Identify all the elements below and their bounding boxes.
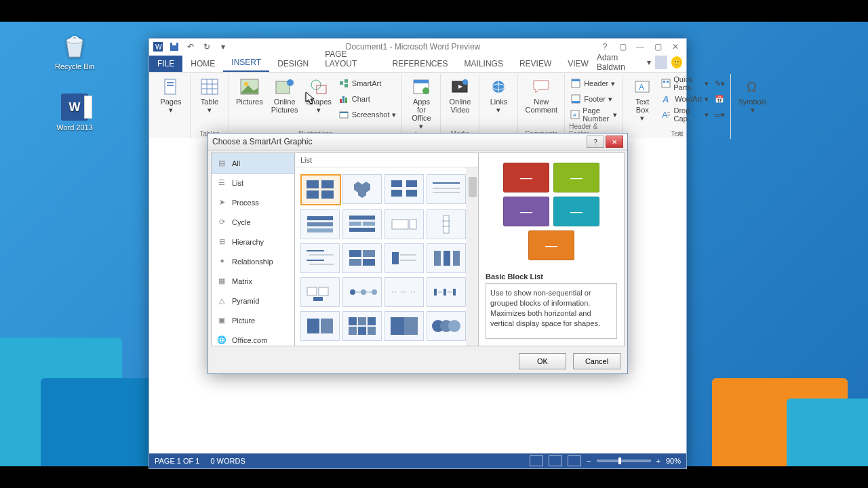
smartart-thumb[interactable] xyxy=(384,311,424,341)
smartart-thumb[interactable] xyxy=(384,277,424,307)
smartart-thumb[interactable] xyxy=(342,311,382,341)
text-box-button[interactable]: AText Box▾ xyxy=(627,76,657,123)
smartart-thumb-basic-block-list[interactable] xyxy=(300,174,341,205)
smartart-thumb[interactable] xyxy=(300,311,340,341)
category-relationship[interactable]: ✦Relationship xyxy=(212,251,294,271)
view-read-mode[interactable] xyxy=(530,455,543,466)
page-number-button[interactable]: #Page Number ▾ xyxy=(569,107,618,122)
smartart-thumb[interactable] xyxy=(342,277,382,307)
online-video-button[interactable]: Online Video xyxy=(445,76,475,115)
header-button[interactable]: Header ▾ xyxy=(569,76,618,91)
tab-review[interactable]: REVIEW xyxy=(511,56,559,72)
cancel-button[interactable]: Cancel xyxy=(573,353,620,369)
smartart-thumb[interactable] xyxy=(384,174,424,204)
relationship-icon: ✦ xyxy=(217,257,226,266)
zoom-out-button[interactable]: − xyxy=(587,457,591,465)
desktop-icon-recycle-bin[interactable]: Recycle Bin xyxy=(51,33,98,70)
status-words[interactable]: 0 WORDS xyxy=(210,457,245,465)
signature-line-button[interactable]: ✎▾ xyxy=(713,76,726,91)
tab-page-layout[interactable]: PAGE LAYOUT xyxy=(317,46,384,72)
chart-button[interactable]: Chart xyxy=(337,92,398,106)
word-app-icon: W xyxy=(152,41,164,53)
category-hierarchy[interactable]: ⊟Hierarchy xyxy=(212,232,294,251)
smartart-thumb[interactable] xyxy=(384,243,424,273)
ok-button[interactable]: OK xyxy=(519,353,566,369)
status-page[interactable]: PAGE 1 OF 1 xyxy=(155,457,199,465)
dialog-help-button[interactable]: ? xyxy=(587,136,604,148)
zoom-value[interactable]: 90% xyxy=(666,457,681,465)
tab-home[interactable]: HOME xyxy=(182,56,223,72)
dialog-titlebar[interactable]: Choose a SmartArt Graphic ? ✕ xyxy=(208,134,627,150)
feedback-smiley-icon[interactable]: 🙂 xyxy=(671,56,682,68)
smartart-thumb[interactable] xyxy=(342,243,382,273)
help-button[interactable]: ? xyxy=(597,41,613,53)
view-print-layout[interactable] xyxy=(549,455,562,466)
links-button[interactable]: Links▾ xyxy=(484,76,513,115)
smartart-thumb[interactable] xyxy=(300,277,340,307)
tab-file[interactable]: FILE xyxy=(149,56,182,72)
category-list: ▤All ☰List ➤Process ⟳Cycle ⊟Hierarchy ✦R… xyxy=(212,153,295,346)
collapse-ribbon-button[interactable]: ᐱ xyxy=(677,130,682,138)
smartart-button[interactable]: SmartArt xyxy=(337,76,398,91)
category-all[interactable]: ▤All xyxy=(212,153,295,174)
smartart-thumb[interactable] xyxy=(342,209,382,239)
smartart-thumb[interactable] xyxy=(427,243,466,273)
svg-rect-18 xyxy=(317,85,326,94)
tab-design[interactable]: DESIGN xyxy=(269,56,317,72)
smartart-thumb[interactable] xyxy=(342,174,382,204)
table-button[interactable]: Table▾ xyxy=(195,76,224,115)
tab-mailings[interactable]: MAILINGS xyxy=(456,56,511,72)
tab-insert[interactable]: INSERT xyxy=(223,54,269,72)
category-pyramid[interactable]: △Pyramid xyxy=(212,291,294,310)
desktop-icon-label: Recycle Bin xyxy=(51,62,98,70)
symbols-button[interactable]: ΩSymbols▾ xyxy=(735,76,769,115)
category-officecom[interactable]: 🌐Office.com xyxy=(212,330,294,346)
tab-references[interactable]: REFERENCES xyxy=(384,56,456,72)
user-name[interactable]: Adam Baldwin xyxy=(597,53,643,72)
pages-button[interactable]: Pages▾ xyxy=(156,76,186,115)
smartart-thumb[interactable] xyxy=(384,209,424,239)
smartart-thumb[interactable] xyxy=(427,209,466,239)
object-button[interactable]: ▭▾ xyxy=(713,107,726,122)
category-process[interactable]: ➤Process xyxy=(212,192,294,212)
undo-button[interactable]: ↶ xyxy=(184,41,197,53)
smartart-thumb[interactable] xyxy=(300,243,340,273)
desktop-icon-word2013[interactable]: W Word 2013 xyxy=(51,94,98,131)
redo-button[interactable]: ↻ xyxy=(201,41,213,53)
category-matrix[interactable]: ▦Matrix xyxy=(212,271,294,291)
matrix-icon: ▦ xyxy=(217,277,226,286)
gallery-scrollbar[interactable] xyxy=(467,167,478,346)
wordart-button[interactable]: AWordArt ▾ xyxy=(660,92,710,106)
online-pictures-button[interactable]: Online Pictures xyxy=(269,76,301,115)
smartart-thumb[interactable] xyxy=(427,311,466,341)
screenshot-button[interactable]: Screenshot ▾ xyxy=(337,107,398,122)
category-cycle[interactable]: ⟳Cycle xyxy=(212,212,294,232)
apps-for-office-button[interactable]: Apps for Office ▾ xyxy=(406,76,436,131)
svg-rect-91 xyxy=(307,287,317,296)
ribbon-options-button[interactable]: ▢ xyxy=(614,41,631,53)
close-button[interactable]: ✕ xyxy=(667,41,684,53)
shapes-button[interactable]: Shapes▾ xyxy=(304,76,334,115)
zoom-slider[interactable] xyxy=(597,460,651,462)
save-button[interactable] xyxy=(168,41,180,53)
zoom-in-button[interactable]: + xyxy=(656,457,660,465)
recycle-bin-icon xyxy=(61,33,88,60)
avatar[interactable] xyxy=(655,56,667,69)
minimize-button[interactable]: — xyxy=(632,41,648,53)
drop-cap-button[interactable]: ADrop Cap ▾ xyxy=(660,107,710,122)
dialog-close-button[interactable]: ✕ xyxy=(606,136,623,148)
category-list[interactable]: ☰List xyxy=(212,173,294,192)
footer-button[interactable]: Footer ▾ xyxy=(569,92,618,106)
smartart-thumb[interactable] xyxy=(427,174,466,204)
pictures-button[interactable]: Pictures xyxy=(233,76,266,107)
maximize-button[interactable]: ▢ xyxy=(650,41,666,53)
view-web-layout[interactable] xyxy=(568,455,581,466)
category-picture[interactable]: ▣Picture xyxy=(212,310,294,330)
smartart-thumb[interactable] xyxy=(427,277,466,307)
tab-view[interactable]: VIEW xyxy=(559,56,597,72)
date-time-button[interactable]: 📅 xyxy=(713,92,726,106)
smartart-thumb[interactable] xyxy=(300,209,340,239)
quick-parts-button[interactable]: Quick Parts ▾ xyxy=(660,76,710,91)
new-comment-button[interactable]: New Comment xyxy=(522,76,560,115)
qat-customize[interactable]: ▾ xyxy=(217,41,229,53)
